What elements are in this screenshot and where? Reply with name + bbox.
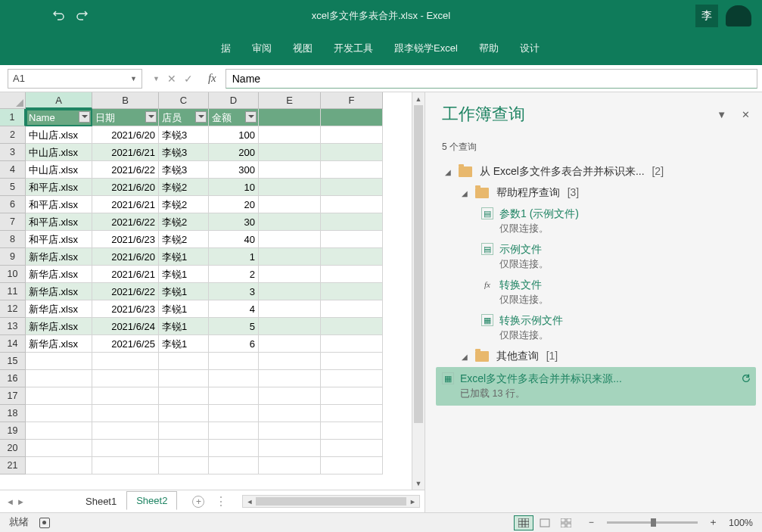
collapse-icon[interactable]: ◢ xyxy=(462,353,472,361)
row-header[interactable]: 16 xyxy=(0,370,26,387)
cell[interactable]: 李锐2 xyxy=(159,196,209,213)
cell[interactable] xyxy=(321,248,383,266)
cell[interactable]: 2021/6/21 xyxy=(92,266,159,283)
cell[interactable] xyxy=(321,161,383,179)
cell[interactable] xyxy=(321,422,383,440)
cell[interactable]: Name xyxy=(26,109,92,126)
cell[interactable] xyxy=(209,370,259,387)
cell[interactable]: 和平店.xlsx xyxy=(26,231,92,248)
cell[interactable] xyxy=(259,126,321,144)
cell[interactable] xyxy=(321,266,383,283)
close-icon[interactable]: ✕ xyxy=(742,109,750,120)
row-header[interactable]: 13 xyxy=(0,318,26,335)
column-header[interactable]: A xyxy=(26,92,92,109)
cell[interactable] xyxy=(159,457,209,474)
ribbon-tab[interactable]: 开发工具 xyxy=(325,36,382,61)
cell[interactable] xyxy=(321,335,383,353)
cell[interactable] xyxy=(159,422,209,440)
ribbon-tab[interactable]: 帮助 xyxy=(470,36,508,61)
query-item[interactable]: ▦转换示例文件仅限连接。 xyxy=(442,310,750,346)
chevron-down-icon[interactable]: ▼ xyxy=(153,75,160,82)
cell[interactable]: 和平店.xlsx xyxy=(26,196,92,213)
filter-dropdown-icon[interactable] xyxy=(195,111,207,123)
cell[interactable]: 新华店.xlsx xyxy=(26,300,92,318)
cell[interactable]: 2021/6/21 xyxy=(92,144,159,161)
cell[interactable] xyxy=(209,387,259,405)
row-header[interactable]: 19 xyxy=(0,422,26,440)
cell[interactable] xyxy=(26,387,92,405)
normal-view-button[interactable] xyxy=(514,515,533,530)
refresh-icon[interactable] xyxy=(741,373,751,384)
row-header[interactable]: 12 xyxy=(0,300,26,318)
cell[interactable] xyxy=(259,266,321,283)
cell[interactable]: 店员 xyxy=(159,109,209,126)
grid[interactable]: A B C D E F 1234567891011121314151617181… xyxy=(0,92,425,490)
cell[interactable]: 40 xyxy=(209,231,259,248)
cell[interactable]: 李锐3 xyxy=(159,161,209,179)
cell[interactable] xyxy=(259,196,321,213)
cell[interactable] xyxy=(259,109,321,126)
horizontal-scrollbar[interactable]: ◄ ► xyxy=(242,495,420,508)
formula-input[interactable]: Name xyxy=(225,69,757,89)
cell[interactable] xyxy=(259,248,321,266)
scroll-left-icon[interactable]: ◄ xyxy=(243,496,256,507)
cell[interactable] xyxy=(209,422,259,440)
cell[interactable]: 李锐3 xyxy=(159,126,209,144)
sheet-tab[interactable]: Sheet2 xyxy=(126,491,177,510)
cell[interactable]: 2021/6/21 xyxy=(92,196,159,213)
cell[interactable] xyxy=(259,300,321,318)
cell[interactable] xyxy=(159,387,209,405)
cell[interactable]: 中山店.xlsx xyxy=(26,126,92,144)
query-item[interactable]: ▤参数1 (示例文件)仅限连接。 xyxy=(442,204,750,239)
cell[interactable] xyxy=(321,318,383,335)
cell[interactable] xyxy=(209,405,259,422)
cell[interactable] xyxy=(92,422,159,440)
cell[interactable] xyxy=(321,440,383,457)
cell[interactable]: 2021/6/24 xyxy=(92,318,159,335)
query-item[interactable]: fx转换文件仅限连接。 xyxy=(442,275,750,310)
row-header[interactable]: 2 xyxy=(0,126,26,144)
column-header[interactable]: D xyxy=(209,92,259,109)
zoom-in-button[interactable]: ＋ xyxy=(708,516,718,529)
row-header[interactable]: 4 xyxy=(0,161,26,179)
cell[interactable]: 2021/6/23 xyxy=(92,300,159,318)
column-header[interactable]: B xyxy=(92,92,159,109)
cell[interactable]: 李锐1 xyxy=(159,300,209,318)
cell[interactable]: 2021/6/22 xyxy=(92,213,159,231)
cell[interactable] xyxy=(259,335,321,353)
cell[interactable] xyxy=(259,387,321,405)
macro-record-icon[interactable] xyxy=(39,518,50,528)
cell[interactable]: 李锐2 xyxy=(159,231,209,248)
cell[interactable] xyxy=(159,440,209,457)
cell[interactable] xyxy=(321,126,383,144)
row-header[interactable]: 6 xyxy=(0,196,26,213)
row-header[interactable]: 8 xyxy=(0,231,26,248)
ribbon-tab[interactable]: 据 xyxy=(212,36,240,61)
cell[interactable]: 金额 xyxy=(209,109,259,126)
row-header[interactable]: 5 xyxy=(0,179,26,196)
cell[interactable] xyxy=(259,422,321,440)
cell[interactable] xyxy=(321,457,383,474)
cell[interactable] xyxy=(26,353,92,370)
name-box[interactable]: A1 ▼ xyxy=(8,69,142,89)
query-item-selected[interactable]: ▦ Excel多文件多表合并并标识来源... 已加载 13 行。 xyxy=(436,367,756,406)
cell[interactable]: 10 xyxy=(209,179,259,196)
column-header[interactable]: F xyxy=(321,92,383,109)
page-break-view-button[interactable] xyxy=(556,515,576,530)
cell[interactable] xyxy=(259,370,321,387)
row-header[interactable]: 21 xyxy=(0,457,26,474)
vertical-scrollbar[interactable]: ▲ ▼ xyxy=(412,92,425,490)
cell[interactable]: 30 xyxy=(209,213,259,231)
cell[interactable]: 李锐2 xyxy=(159,179,209,196)
cell[interactable] xyxy=(26,405,92,422)
row-header[interactable]: 15 xyxy=(0,353,26,370)
cell[interactable]: 新华店.xlsx xyxy=(26,283,92,300)
cell[interactable]: 2021/6/25 xyxy=(92,335,159,353)
filter-dropdown-icon[interactable] xyxy=(145,111,157,123)
cell[interactable]: 2021/6/23 xyxy=(92,231,159,248)
cell[interactable] xyxy=(159,405,209,422)
cell[interactable]: 中山店.xlsx xyxy=(26,144,92,161)
cell[interactable]: 新华店.xlsx xyxy=(26,266,92,283)
scroll-thumb[interactable] xyxy=(414,105,423,423)
cell[interactable] xyxy=(259,457,321,474)
